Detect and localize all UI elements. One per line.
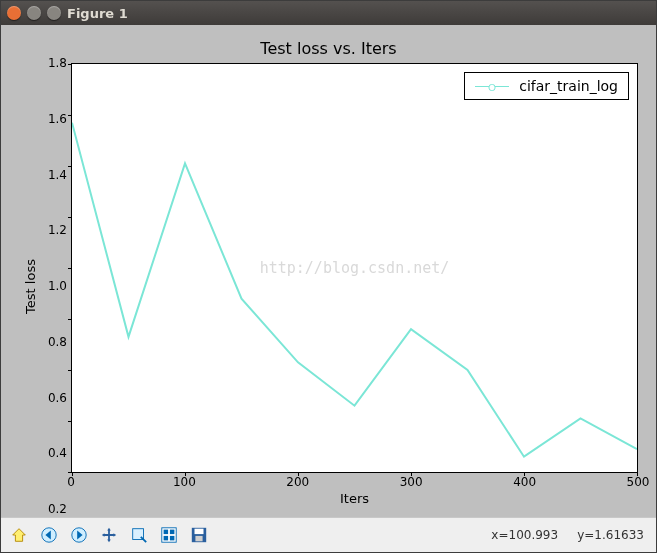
svg-rect-4 [164,530,169,535]
close-icon[interactable] [7,6,21,20]
y-tick-label: 1.4 [48,168,67,182]
y-tick-label: 0.2 [48,502,67,516]
line-plot [72,64,637,472]
legend-line-icon [475,86,509,87]
y-tick-label: 1.8 [48,56,67,70]
maximize-icon[interactable] [47,6,61,20]
y-tick-label: 0.4 [48,446,67,460]
forward-button[interactable] [65,521,93,549]
svg-rect-9 [195,529,204,534]
y-tick-label: 1.6 [48,112,67,126]
y-ticks: 0.20.40.60.81.01.21.41.61.8 [41,63,71,509]
subplots-button[interactable] [155,521,183,549]
minimize-icon[interactable] [27,6,41,20]
home-button[interactable] [5,521,33,549]
legend: cifar_train_log [464,72,629,100]
figure-canvas: Test loss vs. Iters Test loss 0.20.40.60… [1,25,656,517]
toolbar: x=100.993 y=1.61633 [1,517,656,552]
back-button[interactable] [35,521,63,549]
axes[interactable]: http://blog.csdn.net/ cifar_train_log [71,63,638,473]
x-tick-label: 500 [627,475,650,489]
x-tick-label: 0 [67,475,75,489]
x-tick-label: 100 [173,475,196,489]
y-tick-label: 0.6 [48,391,67,405]
chart-title: Test loss vs. Iters [19,39,638,63]
x-axis-label: Iters [71,491,638,509]
svg-rect-5 [170,530,175,535]
x-tick-label: 400 [513,475,536,489]
legend-label: cifar_train_log [519,78,618,94]
y-axis-label: Test loss [23,259,38,314]
save-button[interactable] [185,521,213,549]
cursor-coords: x=100.993 y=1.61633 [491,528,652,542]
titlebar[interactable]: Figure 1 [1,1,656,25]
window-title: Figure 1 [67,6,128,21]
x-ticks: 0100200300400500 [71,473,638,491]
svg-rect-6 [164,536,169,541]
y-tick-label: 1.2 [48,223,67,237]
y-tick-label: 1.0 [48,279,67,293]
svg-rect-10 [195,536,202,541]
svg-rect-7 [170,536,175,541]
zoom-button[interactable] [125,521,153,549]
figure-window: Figure 1 Test loss vs. Iters Test loss 0… [0,0,657,553]
x-tick-label: 200 [286,475,309,489]
x-tick-label: 300 [400,475,423,489]
pan-button[interactable] [95,521,123,549]
plot-zone: Test loss 0.20.40.60.81.01.21.41.61.8 ht… [19,63,638,509]
y-tick-label: 0.8 [48,335,67,349]
